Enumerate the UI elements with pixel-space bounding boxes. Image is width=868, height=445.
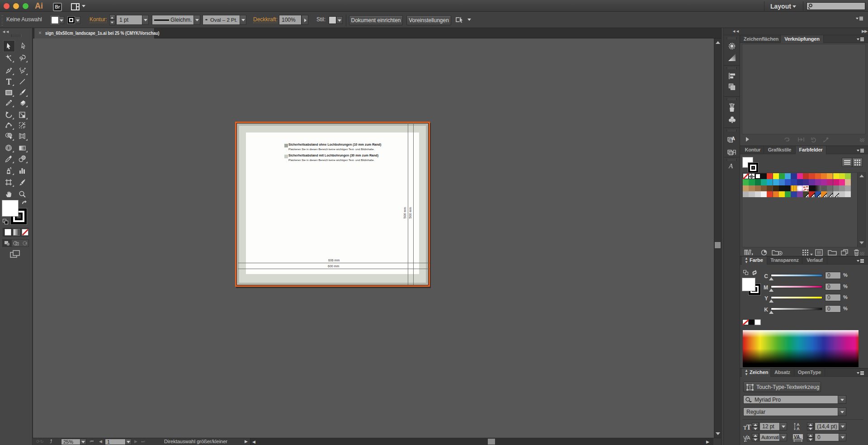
svg-text:T: T [746, 424, 751, 430]
svg-text:A: A [747, 435, 750, 440]
svg-text:A: A [728, 162, 733, 170]
svg-text:T: T [749, 385, 751, 390]
svg-text:A: A [797, 426, 800, 431]
svg-text:A: A [731, 136, 735, 141]
